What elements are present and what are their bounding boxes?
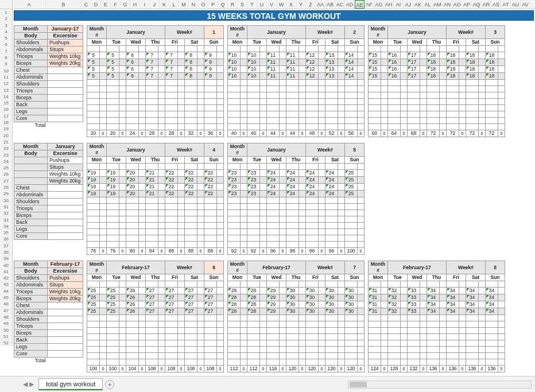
sub-cell[interactable]	[440, 301, 447, 308]
sub-cell[interactable]	[498, 359, 505, 366]
value-cell[interactable]: 7	[146, 59, 158, 66]
empty-cell[interactable]	[306, 315, 319, 321]
sub-cell[interactable]	[178, 170, 185, 177]
value-cell[interactable]: 20	[126, 191, 139, 197]
sub-cell[interactable]	[440, 328, 447, 334]
empty-cell[interactable]	[388, 334, 401, 340]
value-cell[interactable]: 18	[447, 52, 459, 59]
value-cell[interactable]: 27	[185, 301, 197, 308]
value-cell[interactable]: 33	[408, 294, 420, 301]
empty-cell[interactable]	[286, 80, 299, 86]
empty-cell[interactable]	[204, 118, 217, 124]
empty-cell[interactable]	[369, 353, 381, 359]
month-value[interactable]: February-17	[48, 261, 83, 268]
sub-cell[interactable]	[280, 111, 286, 118]
sub-cell[interactable]	[280, 301, 286, 308]
empty-cell[interactable]	[345, 229, 358, 235]
empty-cell[interactable]	[325, 92, 338, 99]
sub-cell[interactable]	[197, 184, 204, 191]
value-cell[interactable]: 22	[165, 170, 178, 177]
value-cell[interactable]: 11	[286, 52, 299, 59]
sub-cell[interactable]	[319, 73, 325, 80]
empty-cell[interactable]	[87, 242, 100, 248]
sub-cell[interactable]	[178, 315, 185, 321]
new-sheet-button[interactable]: +	[105, 380, 114, 389]
value-cell[interactable]: 19	[87, 184, 100, 191]
sub-cell[interactable]	[217, 315, 224, 321]
row-27[interactable]: 27	[0, 178, 12, 184]
sub-cell[interactable]	[197, 340, 204, 347]
empty-cell[interactable]	[146, 347, 158, 353]
sub-cell[interactable]	[100, 315, 107, 321]
value-cell[interactable]: 27	[204, 301, 217, 308]
sub-cell[interactable]	[100, 334, 107, 340]
row-45[interactable]: 45	[0, 294, 12, 301]
sub-cell[interactable]	[299, 294, 306, 301]
empty-cell[interactable]	[447, 340, 459, 347]
empty-cell[interactable]	[107, 353, 119, 359]
row-42[interactable]: 42	[0, 275, 12, 281]
empty-cell[interactable]	[126, 111, 139, 118]
sub-cell[interactable]	[401, 80, 408, 86]
value-cell[interactable]: 23	[228, 184, 241, 191]
value-cell[interactable]: 18	[466, 52, 479, 59]
sub-cell[interactable]	[100, 210, 107, 216]
sub-cell[interactable]	[197, 216, 204, 223]
sub-cell[interactable]	[100, 242, 107, 248]
sub-cell[interactable]	[100, 301, 107, 308]
exercise-cell[interactable]	[48, 108, 83, 115]
empty-cell[interactable]	[388, 118, 401, 124]
sub-cell[interactable]	[139, 334, 146, 340]
empty-cell[interactable]	[345, 118, 358, 124]
sub-cell[interactable]	[119, 223, 126, 229]
sub-cell[interactable]	[440, 340, 447, 347]
col-AU[interactable]: AU	[511, 0, 521, 9]
sub-cell[interactable]	[358, 59, 365, 66]
body-part[interactable]: Shoulders	[14, 81, 48, 88]
empty-cell[interactable]	[345, 235, 358, 242]
empty-cell[interactable]	[447, 92, 459, 99]
sub-cell[interactable]	[100, 86, 107, 92]
empty-cell[interactable]	[325, 334, 338, 340]
empty-cell[interactable]	[204, 229, 217, 235]
sub-cell[interactable]	[178, 359, 185, 366]
sub-cell[interactable]	[440, 111, 447, 118]
sub-cell[interactable]	[401, 59, 408, 66]
week-number[interactable]: 7	[345, 261, 365, 274]
empty-cell[interactable]	[388, 124, 401, 130]
horizontal-scrollbar[interactable]	[348, 381, 532, 389]
value-cell[interactable]: 18	[466, 73, 479, 80]
empty-cell[interactable]	[107, 111, 119, 118]
empty-cell[interactable]	[146, 315, 158, 321]
value-cell[interactable]: 28	[228, 288, 241, 294]
empty-cell[interactable]	[204, 210, 217, 216]
sub-cell[interactable]	[197, 301, 204, 308]
sub-cell[interactable]	[119, 353, 126, 359]
value-cell[interactable]: 20	[126, 184, 139, 191]
value-cell[interactable]: 19	[107, 184, 119, 191]
sub-cell[interactable]	[260, 124, 267, 130]
empty-cell[interactable]	[286, 334, 299, 340]
sub-cell[interactable]	[338, 197, 345, 204]
sub-cell[interactable]	[178, 308, 185, 315]
row-15[interactable]: 15	[0, 100, 12, 106]
value-cell[interactable]: 11	[286, 59, 299, 66]
sub-cell[interactable]	[358, 223, 365, 229]
exercise-cell[interactable]	[48, 316, 83, 323]
scrollbar-thumb[interactable]	[350, 382, 367, 387]
value-cell[interactable]: 18	[447, 66, 459, 73]
empty-cell[interactable]	[185, 216, 197, 223]
col-AO[interactable]: AO	[452, 0, 462, 9]
body-part[interactable]: Shoulders	[14, 199, 48, 205]
empty-cell[interactable]	[247, 315, 260, 321]
col-AG[interactable]: AG	[374, 0, 384, 9]
sub-cell[interactable]	[479, 308, 486, 315]
value-cell[interactable]: 18	[427, 52, 440, 59]
empty-cell[interactable]	[286, 242, 299, 248]
empty-cell[interactable]	[408, 340, 420, 347]
empty-cell[interactable]	[369, 99, 381, 105]
sub-cell[interactable]	[498, 124, 505, 130]
body-part[interactable]: Core	[14, 351, 48, 358]
sub-cell[interactable]	[459, 347, 466, 353]
value-cell[interactable]: 25	[345, 170, 358, 177]
